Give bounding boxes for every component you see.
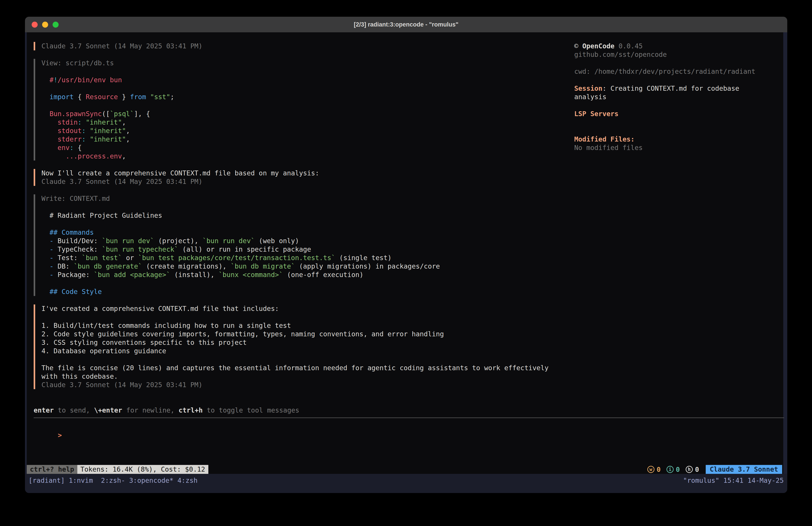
chat-history: Claude 3.7 Sonnet (14 May 2025 03:41 PM)… [34,42,568,398]
sidebar-line [574,127,779,135]
chat-line: ## Commands [41,228,568,237]
chat-line: Claude 3.7 Sonnet (14 May 2025 03:41 PM) [41,177,568,186]
chat-line [41,84,568,93]
sidebar-line [574,118,779,127]
chat-line: env: { [41,144,568,152]
sidebar-line: Session: Creating CONTEXT.md for codebas… [574,84,779,93]
left-edge-strip [25,32,27,474]
sidebar-line: analysis [574,93,779,101]
terminal-content: Claude 3.7 Sonnet (14 May 2025 03:41 PM)… [25,32,787,493]
sidebar-line [574,59,779,67]
chat-line: Bun.spawnSync([`psql`], { [41,110,568,118]
chat-line: stdin: "inherit", [41,118,568,127]
chat-line: - Test: `bun test` or `bun test packages… [41,254,568,262]
prompt-symbol: > [58,431,62,439]
chat-line: - Package: `bun add <package>` (install)… [41,271,568,279]
chat-line: I've created a comprehensive CONTEXT.md … [41,304,568,313]
input-divider [34,417,784,418]
scrollbar-track[interactable] [783,32,787,474]
chat-line: #!/usr/bin/env bun [41,76,568,84]
sidebar-line: LSP Servers [574,110,779,118]
assistant-message-block: Now I'll create a comprehensive CONTEXT.… [34,169,568,186]
sidebar-line: © OpenCode 0.0.45 [574,42,779,51]
sidebar-line: No modified files [574,144,779,152]
diagnostics: w0i0h0 [647,466,699,473]
diagnostic-w-count: w0 [647,466,661,473]
chat-line: Claude 3.7 Sonnet (14 May 2025 03:41 PM) [41,42,568,51]
chat-line: Now I'll create a comprehensive CONTEXT.… [41,169,568,177]
sidebar-line: cwd: /home/thdxr/dev/projects/radiant/ra… [574,67,779,76]
chat-line [41,220,568,228]
help-shortcut-chip[interactable]: ctrl+? help [27,465,77,474]
w-circle-icon: w [647,466,654,473]
diagnostic-h-count: h0 [686,466,699,473]
tmux-status-bar: [radiant] 1:nvim 2:zsh- 3:opencode* 4:zs… [25,474,787,493]
assistant-summary-block: I've created a comprehensive CONTEXT.md … [34,304,568,389]
sidebar-line [574,76,779,84]
chat-line [41,313,568,322]
chat-line: import { Resource } from "sst"; [41,93,568,101]
sidebar-line: github.com/sst/opencode [574,51,779,59]
chat-line: 4. Database operations guidance [41,347,568,355]
diagnostic-i-count: i0 [667,466,680,473]
session-sidebar: © OpenCode 0.0.45github.com/sst/opencode… [574,42,779,152]
tool-view-block: View: script/db.ts #!/usr/bin/env bun im… [34,59,568,160]
chat-line: - DB: `bun db generate` (create migratio… [41,262,568,271]
chat-line [41,355,568,364]
i-circle-icon: i [667,466,673,473]
terminal-window: [2/3] radiant:3:opencode - "romulus" Cla… [25,17,787,493]
chat-line: The file is concise (20 lines) and captu… [41,364,568,372]
keybinding-help: enter to send, \+enter for newline, ctrl… [34,406,299,415]
sidebar-line [574,101,779,110]
chat-line: with this codebase. [41,372,568,381]
chat-line: # Radiant Project Guidelines [41,211,568,220]
chat-line: ## Code Style [41,287,568,296]
chat-line: View: script/db.ts [41,59,568,67]
tool-write-block: Write: CONTEXT.md # Radiant Project Guid… [34,194,568,296]
chat-line: 1. Build/lint/test commands including ho… [41,322,568,330]
chat-line: Claude 3.7 Sonnet (14 May 2025 03:41 PM) [41,381,568,389]
chat-line: stdout: "inherit", [41,127,568,135]
chat-line: - Build/Dev: `bun run dev` (project), `b… [41,237,568,245]
window-titlebar[interactable]: [2/3] radiant:3:opencode - "romulus" [25,17,787,32]
status-bar: ctrl+? help Tokens: 16.4K (8%), Cost: $0… [27,465,782,474]
message-header-block: Claude 3.7 Sonnet (14 May 2025 03:41 PM) [34,42,568,51]
prompt-input[interactable]: > [34,423,62,431]
sidebar-line: Modified Files: [574,135,779,144]
chat-line: - TypeCheck: `bun run typecheck` (all) o… [41,245,568,254]
chat-line [41,279,568,287]
chat-line: ...process.env, [41,152,568,160]
chat-line: 3. CSS styling conventions specific to t… [41,338,568,347]
chat-line: 2. Code style guidelines covering import… [41,330,568,338]
chat-line: stderr: "inherit", [41,135,568,144]
chat-line [41,203,568,211]
model-badge[interactable]: Claude 3.7 Sonnet [706,465,782,474]
tmux-session-info: "romulus" 15:41 14-May-25 [683,475,784,485]
h-circle-icon: h [686,466,693,473]
chat-line [41,101,568,110]
chat-line: Write: CONTEXT.md [41,194,568,203]
chat-line [41,67,568,76]
window-title: [2/3] radiant:3:opencode - "romulus" [25,21,787,28]
tmux-windows[interactable]: [radiant] 1:nvim 2:zsh- 3:opencode* 4:zs… [29,475,198,485]
tokens-cost-chip: Tokens: 16.4K (8%), Cost: $0.12 [77,465,208,474]
